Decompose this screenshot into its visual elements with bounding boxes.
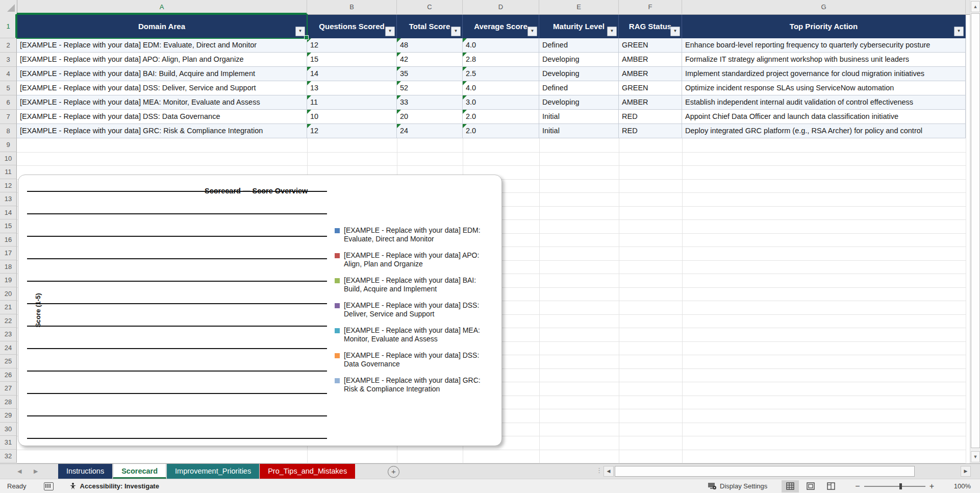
row-header-13[interactable]: 13 [0,192,17,206]
row-header-21[interactable]: 21 [0,301,17,314]
cell-C3[interactable]: 42 [397,53,463,67]
row-header-9[interactable]: 9 [0,138,17,152]
tab-scroll-left-icon[interactable]: ◀ [17,468,21,475]
cell-E5[interactable]: Defined [539,81,619,95]
column-header-G[interactable]: G [682,0,966,14]
zoom-out-button[interactable]: − [851,482,864,491]
filter-button-maturity-level[interactable]: ▼ [607,27,617,36]
cell-D5[interactable]: 4.0 [463,81,539,95]
table-header-total-score[interactable]: Total Score▼ [397,14,463,38]
row-header-15[interactable]: 15 [0,219,17,233]
row-header-8[interactable]: 8 [0,124,17,138]
table-header-top-priority-action[interactable]: Top Priority Action▼ [682,14,966,38]
cell-A4[interactable]: [EXAMPLE - Replace with your data] BAI: … [17,67,307,81]
cell-D6[interactable]: 3.0 [463,95,539,110]
row-header-5[interactable]: 5 [0,81,17,95]
row-header-27[interactable]: 27 [0,382,17,396]
cell-G5[interactable]: Optimize incident response SLAs using Se… [682,81,966,95]
sheet-tab-scorecard[interactable]: Scorecard [113,464,166,479]
cell-B5[interactable]: 13 [307,81,397,95]
horizontal-scrollbar[interactable]: ◀ ▶ [604,466,972,477]
cell-E2[interactable]: Defined [539,38,619,53]
row-header-25[interactable]: 25 [0,355,17,368]
row-header-14[interactable]: 14 [0,206,17,220]
row-header-23[interactable]: 23 [0,328,17,341]
cell-D7[interactable]: 2.0 [463,110,539,124]
cell-B3[interactable]: 15 [307,53,397,67]
view-page-break-button[interactable] [822,480,840,492]
row-header-17[interactable]: 17 [0,246,17,260]
filter-button-rag-status[interactable]: ▼ [670,27,680,36]
cell-B8[interactable]: 12 [307,124,397,138]
cell-A3[interactable]: [EXAMPLE - Replace with your data] APO: … [17,53,307,67]
accessibility-status[interactable]: Accessibility: Investigate [69,482,159,490]
row-header-12[interactable]: 12 [0,179,17,193]
cell-E6[interactable]: Developing [539,95,619,110]
cell-E3[interactable]: Developing [539,53,619,67]
row-header-19[interactable]: 19 [0,274,17,287]
sheet-tab-improvement-priorities[interactable]: Improvement_Priorities [167,464,259,479]
vertical-scrollbar[interactable]: ▲ ▼ [970,0,980,463]
table-header-average-score[interactable]: Average Score▼ [463,14,539,38]
table-header-questions-scored[interactable]: Questions Scored▼ [307,14,397,38]
cell-B6[interactable]: 11 [307,95,397,110]
sheet-tab-pro-tips-and-mistakes[interactable]: Pro_Tips_and_Mistakes [260,464,355,479]
row-header-28[interactable]: 28 [0,396,17,409]
view-page-layout-button[interactable] [802,480,819,492]
filter-button-domain-area[interactable]: ▼ [295,27,305,36]
row-header-22[interactable]: 22 [0,314,17,328]
row-header-11[interactable]: 11 [0,165,17,179]
cell-A8[interactable]: [EXAMPLE - Replace with your data] GRC: … [17,124,307,138]
row-header-24[interactable]: 24 [0,341,17,355]
column-header-B[interactable]: B [307,0,397,14]
column-header-E[interactable]: E [539,0,619,14]
row-header-29[interactable]: 29 [0,409,17,423]
row-header-20[interactable]: 20 [0,287,17,301]
cell-E7[interactable]: Initial [539,110,619,124]
cell-G6[interactable]: Establish independent internal audit val… [682,95,966,110]
cell-F4[interactable]: AMBER [619,67,682,81]
scroll-left-button[interactable]: ◀ [604,466,614,477]
table-header-rag-status[interactable]: RAG Status▼ [619,14,682,38]
row-header-6[interactable]: 6 [0,95,17,110]
cell-E8[interactable]: Initial [539,124,619,138]
macro-record-icon[interactable] [44,482,54,490]
row-header-10[interactable]: 10 [0,152,17,166]
filter-button-average-score[interactable]: ▼ [527,27,537,36]
scroll-up-button[interactable]: ▲ [971,1,980,12]
row-header-2[interactable]: 2 [0,38,17,53]
filter-button-questions-scored[interactable]: ▼ [385,27,395,36]
cell-G2[interactable]: Enhance board-level reporting frequency … [682,38,966,53]
row-header-30[interactable]: 30 [0,423,17,436]
cell-B2[interactable]: 12 [307,38,397,53]
cell-F2[interactable]: GREEN [619,38,682,53]
row-header-31[interactable]: 31 [0,436,17,450]
zoom-slider-thumb[interactable] [899,483,902,489]
tab-scroll-right-icon[interactable]: ▶ [34,468,38,475]
row-header-32[interactable]: 32 [0,450,17,463]
table-header-domain-area[interactable]: Domain Area▼ [17,14,307,38]
column-header-D[interactable]: D [463,0,539,14]
cell-F5[interactable]: GREEN [619,81,682,95]
cell-G4[interactable]: Implement standardized project governanc… [682,67,966,81]
vertical-scrollbar-thumb[interactable] [971,13,980,448]
cell-C7[interactable]: 20 [397,110,463,124]
row-header-18[interactable]: 18 [0,260,17,274]
cell-F3[interactable]: AMBER [619,53,682,67]
view-normal-button[interactable] [782,480,799,492]
cell-D2[interactable]: 4.0 [463,38,539,53]
cell-C2[interactable]: 48 [397,38,463,53]
cell-F7[interactable]: RED [619,110,682,124]
scroll-down-button[interactable]: ▼ [971,451,980,462]
select-all-button[interactable] [0,0,17,14]
cell-B4[interactable]: 14 [307,67,397,81]
cell-B7[interactable]: 10 [307,110,397,124]
cell-G8[interactable]: Deploy integrated GRC platform (e.g., RS… [682,124,966,138]
cell-E4[interactable]: Developing [539,67,619,81]
cell-C5[interactable]: 52 [397,81,463,95]
cell-D4[interactable]: 2.5 [463,67,539,81]
new-sheet-button[interactable]: + [388,466,399,478]
row-header-3[interactable]: 3 [0,53,17,67]
tab-overflow-dots-icon[interactable]: ⋮ [596,466,602,474]
cell-G7[interactable]: Appoint Chief Data Officer and launch da… [682,110,966,124]
